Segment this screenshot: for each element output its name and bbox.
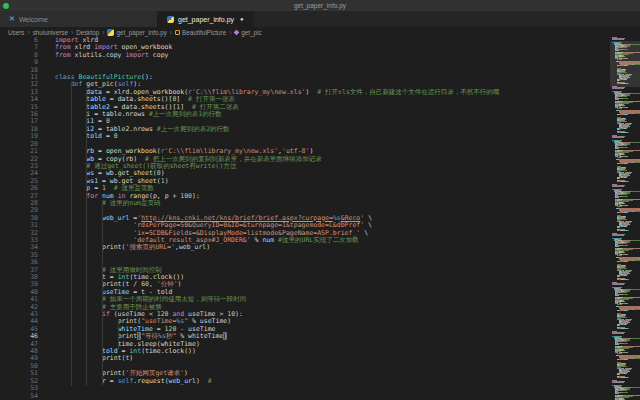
breadcrumb-item-users[interactable]: Users xyxy=(8,29,24,36)
indent-guide xyxy=(118,319,119,349)
breadcrumb-item-method[interactable]: get_pic xyxy=(234,29,261,36)
code-line[interactable]: 35 xyxy=(0,252,610,259)
chevron-right-icon: › xyxy=(229,29,231,36)
method-symbol-icon xyxy=(234,29,240,35)
minimap[interactable] xyxy=(610,37,640,400)
code-line[interactable]: 28 # 这里的num是页码 xyxy=(0,200,610,207)
title-bar: get_paper_info.py xyxy=(0,0,640,11)
indent-guide xyxy=(102,200,103,386)
tab-label: get_paper_info.py xyxy=(178,16,234,23)
chevron-right-icon: › xyxy=(27,29,29,36)
code-line[interactable]: 19 told = 0 xyxy=(0,133,610,140)
chevron-right-icon: › xyxy=(170,29,172,36)
python-icon xyxy=(107,29,114,36)
code-line[interactable]: 53 xyxy=(0,385,610,392)
minimap-content xyxy=(612,37,640,400)
line-number: 54 xyxy=(0,393,44,400)
breadcrumb-item-file[interactable]: get_paper_info.py xyxy=(107,29,166,36)
code-editor[interactable]: 6import xlrd7from xlrd import open_workb… xyxy=(0,37,610,400)
vscode-icon: ✕ xyxy=(9,15,15,23)
breadcrumb: Users › shuiuniverse › Desktop › get_pap… xyxy=(0,27,640,37)
window-title: get_paper_info.py xyxy=(294,2,346,9)
breadcrumb-item-class[interactable]: BeautifulPicture xyxy=(175,29,226,36)
tab-label: Welcome xyxy=(19,16,48,23)
vscode-window: get_paper_info.py ✕ Welcome get_paper_in… xyxy=(0,0,640,400)
chevron-right-icon: › xyxy=(71,29,73,36)
modified-dot-icon[interactable]: ● xyxy=(240,16,244,22)
code-line[interactable]: 54 xyxy=(0,393,610,400)
code-line[interactable]: 9 xyxy=(0,59,610,66)
indent-guide xyxy=(71,81,72,386)
breadcrumb-item-desktop[interactable]: Desktop xyxy=(76,29,99,36)
indent-guide xyxy=(86,89,87,386)
class-symbol-icon xyxy=(175,30,180,35)
code-line[interactable]: 52 r = self.request(web_url) # xyxy=(0,378,610,385)
code-line[interactable]: 49 print(t) xyxy=(0,355,610,362)
code-line[interactable]: 8from xlutils.copy import copy xyxy=(0,52,610,59)
code-lines: 6import xlrd7from xlrd import open_workb… xyxy=(0,37,610,400)
tab-welcome[interactable]: ✕ Welcome xyxy=(0,11,158,27)
chevron-right-icon: › xyxy=(102,29,104,36)
breadcrumb-item-shuiuniverse[interactable]: shuiuniverse xyxy=(33,29,68,36)
traffic-light-green[interactable] xyxy=(3,3,9,9)
code-line[interactable]: 34 print('搜索页的URL=',web_url) xyxy=(0,244,610,251)
tab-bar: ✕ Welcome get_paper_info.py ● xyxy=(0,11,640,27)
tab-get-paper-info[interactable]: get_paper_info.py ● xyxy=(158,11,254,27)
python-icon xyxy=(167,16,174,23)
